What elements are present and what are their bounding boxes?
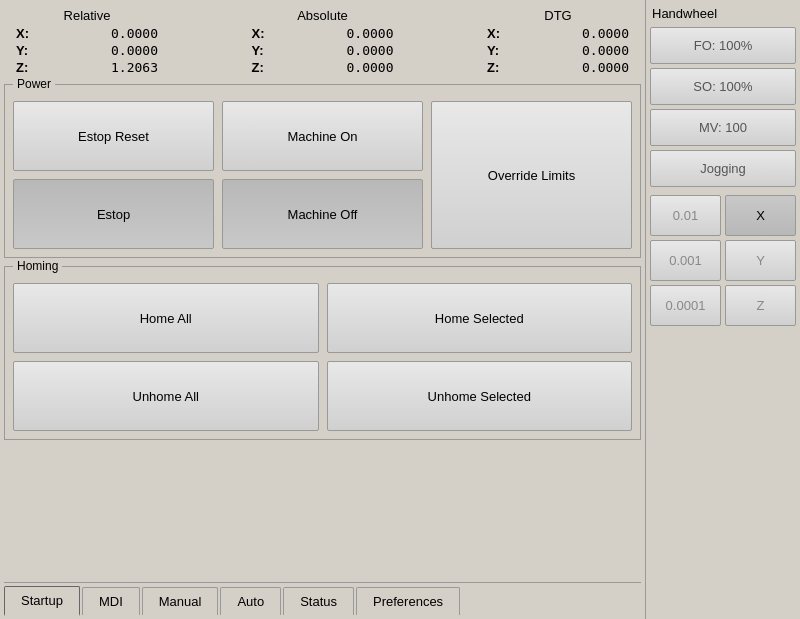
relative-header: Relative [12,8,162,23]
homing-title: Homing [13,259,62,273]
dtg-y-label: Y: [487,43,499,58]
dtg-x-label: X: [487,26,500,41]
absolute-coords: Absolute X: 0.0000 Y: 0.0000 Z: 0.0000 [248,8,398,76]
machine-on-button[interactable]: Machine On [222,101,423,171]
absolute-header: Absolute [248,8,398,23]
tab-auto[interactable]: Auto [220,587,281,615]
abs-z-value: 0.0000 [347,60,394,75]
so-button[interactable]: SO: 100% [650,68,796,105]
abs-y-value: 0.0000 [347,43,394,58]
inc-00001-button[interactable]: 0.0001 [650,285,721,326]
increment-axis-grid: 0.01 X 0.001 Y 0.0001 Z [650,195,796,326]
dtg-coords: DTG X: 0.0000 Y: 0.0000 Z: 0.0000 [483,8,633,76]
estop-button[interactable]: Estop [13,179,214,249]
rel-y-label: Y: [16,43,28,58]
dtg-z-label: Z: [487,60,499,75]
dtg-x-value: 0.0000 [582,26,629,41]
tab-manual[interactable]: Manual [142,587,219,615]
rel-x-label: X: [16,26,29,41]
coordinates-section: Relative X: 0.0000 Y: 0.0000 Z: 1.2063 A… [4,4,641,80]
abs-y-label: Y: [252,43,264,58]
rel-z-label: Z: [16,60,28,75]
power-section: Power Estop Reset Machine On Override Li… [4,84,641,258]
unhome-selected-button[interactable]: Unhome Selected [327,361,633,431]
mv-button[interactable]: MV: 100 [650,109,796,146]
axis-y-button[interactable]: Y [725,240,796,281]
tab-status[interactable]: Status [283,587,354,615]
axis-z-button[interactable]: Z [725,285,796,326]
machine-off-button[interactable]: Machine Off [222,179,423,249]
relative-coords: Relative X: 0.0000 Y: 0.0000 Z: 1.2063 [12,8,162,76]
rel-y-value: 0.0000 [111,43,158,58]
tab-preferences[interactable]: Preferences [356,587,460,615]
axis-x-button[interactable]: X [725,195,796,236]
rel-z-value: 1.2063 [111,60,158,75]
abs-x-value: 0.0000 [347,26,394,41]
rel-x-value: 0.0000 [111,26,158,41]
abs-z-label: Z: [252,60,264,75]
inc-001-button[interactable]: 0.01 [650,195,721,236]
handwheel-panel: Handwheel FO: 100% SO: 100% MV: 100 Jogg… [645,0,800,619]
unhome-all-button[interactable]: Unhome All [13,361,319,431]
abs-x-label: X: [252,26,265,41]
tab-startup[interactable]: Startup [4,586,80,616]
home-all-button[interactable]: Home All [13,283,319,353]
override-limits-button[interactable]: Override Limits [431,101,632,249]
dtg-z-value: 0.0000 [582,60,629,75]
power-title: Power [13,77,55,91]
fo-button[interactable]: FO: 100% [650,27,796,64]
estop-reset-button[interactable]: Estop Reset [13,101,214,171]
dtg-header: DTG [483,8,633,23]
handwheel-title: Handwheel [650,4,796,23]
home-selected-button[interactable]: Home Selected [327,283,633,353]
jogging-button[interactable]: Jogging [650,150,796,187]
homing-section: Homing Home All Home Selected Unhome All… [4,266,641,440]
dtg-y-value: 0.0000 [582,43,629,58]
inc-0001-button[interactable]: 0.001 [650,240,721,281]
tab-mdi[interactable]: MDI [82,587,140,615]
tab-bar: Startup MDI Manual Auto Status Preferenc… [4,582,641,615]
